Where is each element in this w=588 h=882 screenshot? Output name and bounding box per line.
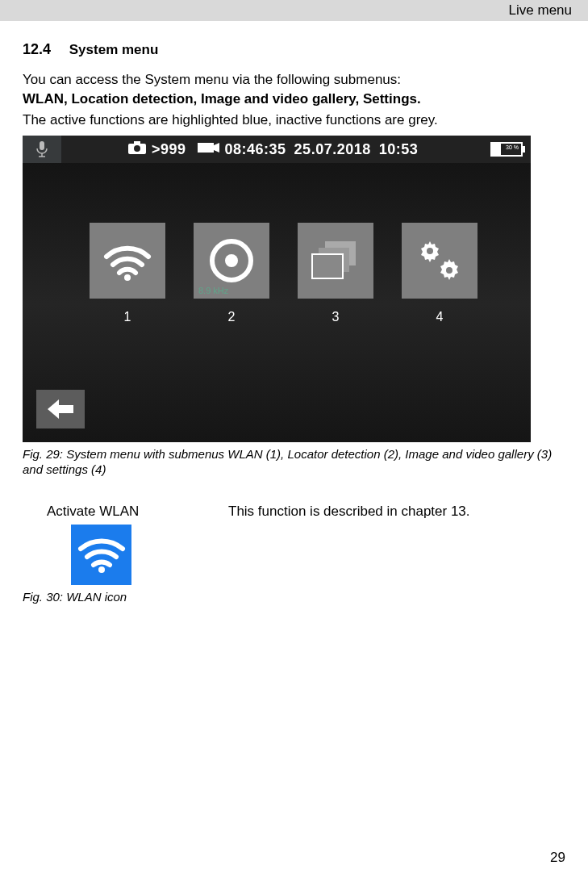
photo-count: >999 [152,141,186,158]
page-content: 12.4 System menu You can access the Syst… [0,21,588,604]
svg-point-17 [98,566,105,573]
locator-frequency: 8.9 kHz [198,286,228,295]
tile-gallery[interactable]: 3 [298,223,373,299]
mic-icon [23,136,61,163]
svg-point-8 [124,274,131,281]
section-heading: 12.4 System menu [23,41,565,58]
activate-wlan-description: This function is described in chapter 13… [228,504,470,520]
svg-point-14 [427,248,433,254]
figure-29-caption: Fig. 29: System menu with submenus WLAN … [23,447,565,478]
tile-locator[interactable]: 8.9 kHz 2 [194,223,269,299]
header-title: Live menu [509,2,572,18]
svg-marker-16 [48,399,73,419]
figure-29: >999 08:46:35 25.07.2018 10:53 30 % [23,136,531,442]
intro-line-3: The active functions are highlighted blu… [23,111,565,129]
video-time: 08:46:35 [225,141,286,158]
tile-locator-number: 2 [228,310,236,324]
device-status-bar: >999 08:46:35 25.07.2018 10:53 30 % [23,136,531,163]
battery-icon: 30 % [490,142,523,157]
wlan-icon-blue [71,525,131,585]
back-button[interactable] [36,390,85,428]
svg-marker-7 [214,143,219,153]
figure-30-caption: Fig. 30: WLAN icon [23,590,228,604]
tile-wlan[interactable]: 1 [90,223,165,299]
page-header: Live menu [0,0,588,21]
battery-percent: 30 % [506,144,519,150]
tile-settings-number: 4 [436,310,444,324]
activate-wlan-label: Activate WLAN [47,504,228,520]
svg-rect-13 [312,254,343,278]
svg-point-5 [134,145,140,152]
svg-rect-6 [198,143,214,153]
svg-point-10 [225,254,238,267]
page-number: 29 [550,850,565,866]
svg-rect-4 [134,141,140,144]
intro-line-1: You can access the System menu via the f… [23,71,565,89]
section-title: System menu [69,42,159,57]
svg-point-15 [446,267,452,274]
activate-wlan-section: Activate WLAN Fig. 30: WLAN icon This fu… [23,504,565,604]
status-time: 10:53 [379,141,419,158]
intro-line-2: WLAN, Location detection, Image and vide… [23,90,565,108]
tile-gallery-number: 3 [332,310,340,324]
tile-wlan-number: 1 [124,310,131,324]
system-menu-tiles: 1 8.9 kHz 2 3 [90,223,477,299]
status-date: 25.07.2018 [294,141,371,158]
svg-rect-0 [40,141,44,150]
section-number: 12.4 [23,41,51,57]
tile-settings[interactable]: 4 [402,223,477,299]
video-icon [198,141,220,158]
camera-icon [127,140,147,159]
